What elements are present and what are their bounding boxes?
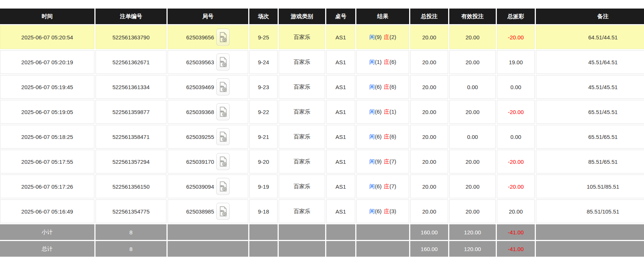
cell-table-no: AS1 [326,25,355,49]
video-replay-button[interactable] [216,128,230,145]
total-valid-bet: 120.00 [449,241,496,257]
result-banker-score: (7) [389,158,396,165]
col-header-session: 场次 [249,9,278,24]
cell-remark: 65.51/45.51 [536,100,644,124]
cell-time: 2025-06-07 05:19:45 [0,75,94,99]
result-player-label: 闲 [369,158,375,165]
round-id-text: 625039563 [186,59,214,65]
cell-bet-id: 522561356150 [96,175,166,198]
cell-remark: 65.51/65.51 [536,125,644,149]
result-player-label: 闲 [369,59,375,65]
video-file-icon [219,82,227,92]
cell-bet-id: 522561359877 [96,100,166,124]
table-row: 2025-06-07 05:19:45 522561361334 6250394… [0,75,644,99]
video-replay-button[interactable] [216,203,230,220]
result-player-score: (6) [375,133,382,140]
cell-time: 2025-06-07 05:20:19 [0,50,94,74]
video-file-icon [219,57,227,67]
cell-valid-bet: 0.00 [449,125,496,149]
cell-session: 9-24 [249,50,278,74]
video-replay-button[interactable] [216,53,230,71]
video-replay-button[interactable] [216,103,230,120]
cell-bet-id: 522561363790 [96,25,166,49]
result-banker-label: 庄 [384,208,389,214]
result-banker-label: 庄 [384,34,389,40]
video-replay-button[interactable] [216,153,230,170]
cell-payout: -20.00 [497,25,535,49]
cell-result: 闲(1)庄(6) [356,50,409,74]
cell-total-bet: 20.00 [410,100,448,124]
cell-result: 闲(9)庄(7) [356,150,409,173]
video-replay-button[interactable] [216,29,230,46]
result-banker-label: 庄 [384,59,389,65]
round-id-text: 625039094 [186,183,214,190]
subtotal-remark [536,224,644,240]
result-banker-score: (1) [389,108,396,115]
result-player-score: (6) [375,208,382,214]
video-replay-button[interactable] [216,78,230,95]
col-header-game-type: 游戏类别 [279,9,325,24]
cell-remark: 85.51/65.51 [536,150,644,173]
cell-valid-bet: 20.00 [449,100,496,124]
cell-result: 闲(6)庄(1) [356,100,409,124]
cell-table-no: AS1 [326,150,355,173]
cell-game-type: 百家乐 [279,175,325,198]
cell-session: 9-20 [249,150,278,173]
cell-game-type: 百家乐 [279,199,325,223]
total-empty-session [249,241,278,257]
round-id-text: 625039255 [186,134,214,140]
result-banker-label: 庄 [384,84,389,90]
cell-table-no: AS1 [326,125,355,149]
cell-table-no: AS1 [326,100,355,124]
cell-remark: 45.51/45.51 [536,75,644,99]
table-row: 2025-06-07 05:20:19 522561362671 6250395… [0,50,644,74]
result-player-label: 闲 [369,108,375,115]
cell-time: 2025-06-07 05:17:26 [0,175,94,198]
result-player-score: (1) [375,59,382,65]
result-player-score: (9) [375,34,382,40]
result-banker-score: (6) [389,133,396,140]
cell-result: 闲(6)庄(7) [356,175,409,198]
subtotal-empty-table-no [326,224,355,240]
cell-remark: 85.51/105.51 [536,199,644,223]
cell-game-type: 百家乐 [279,150,325,173]
cell-round-id: 625039255 [168,125,248,149]
cell-valid-bet: 20.00 [449,50,496,74]
cell-payout: 0.00 [497,75,535,99]
cell-time: 2025-06-07 05:18:25 [0,125,94,149]
cell-time: 2025-06-07 05:17:55 [0,150,94,173]
total-remark [536,241,644,257]
subtotal-empty-round [168,224,248,240]
result-player-score: (6) [375,84,382,90]
table-row: 2025-06-07 05:17:55 522561357294 6250391… [0,150,644,173]
cell-payout: -20.00 [497,175,535,198]
total-empty-game-type [279,241,325,257]
subtotal-payout: -41.00 [497,224,535,240]
cell-payout: -20.00 [497,100,535,124]
cell-valid-bet: 0.00 [449,75,496,99]
subtotal-label: 小计 [0,224,94,240]
result-player-score: (9) [375,158,382,165]
round-id-text: 625038985 [186,208,214,215]
cell-round-id: 625039656 [168,25,248,49]
subtotal-empty-session [249,224,278,240]
col-header-bet-id: 注单编号 [96,9,166,24]
cell-session: 9-19 [249,175,278,198]
subtotal-row: 小计 8 160.00 120.00 -41.00 [0,224,644,240]
bet-records-table: 时间 注单编号 局号 场次 游戏类别 桌号 结果 总投注 有效投注 总派彩 备注… [0,7,644,257]
header-row: 时间 注单编号 局号 场次 游戏类别 桌号 结果 总投注 有效投注 总派彩 备注 [0,9,644,24]
subtotal-count: 8 [96,224,166,240]
cell-total-bet: 20.00 [410,199,448,223]
cell-session: 9-23 [249,75,278,99]
subtotal-empty-game-type [279,224,325,240]
video-replay-button[interactable] [216,178,230,195]
col-header-round-id: 局号 [168,9,248,24]
round-id-text: 625039170 [186,159,214,165]
cell-table-no: AS1 [326,50,355,74]
table-row: 2025-06-07 05:20:54 522561363790 6250396… [0,25,644,49]
cell-table-no: AS1 [326,175,355,198]
col-header-remark: 备注 [536,9,644,24]
round-id-text: 625039368 [186,109,214,115]
cell-round-id: 625039094 [168,175,248,198]
subtotal-total-bet: 160.00 [410,224,448,240]
